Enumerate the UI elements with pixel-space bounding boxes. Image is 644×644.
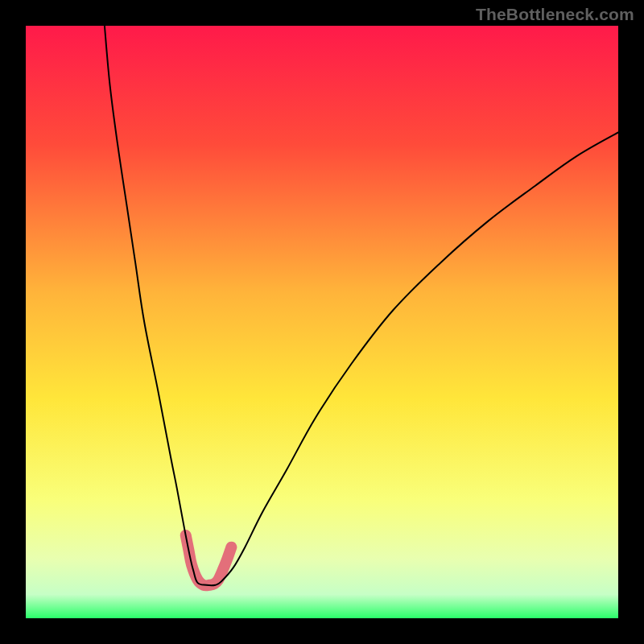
chart-outer-frame: TheBottleneck.com xyxy=(0,0,644,644)
gradient-background xyxy=(26,26,618,618)
plot-area xyxy=(26,26,618,618)
chart-svg xyxy=(26,26,618,618)
watermark-text: TheBottleneck.com xyxy=(476,5,634,24)
